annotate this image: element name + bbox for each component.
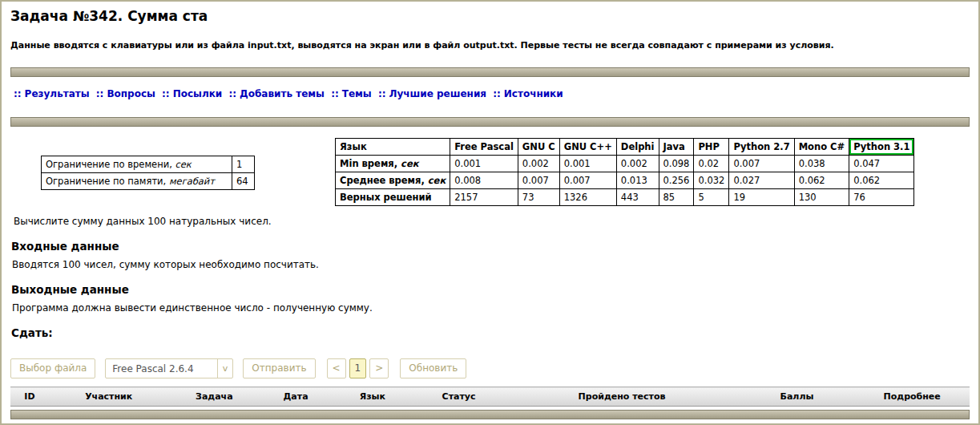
table-row: Среднее время, сек 0.008 0.007 0.007 0.0… bbox=[336, 172, 914, 189]
output-heading: Выходные данные bbox=[11, 283, 970, 296]
cell: 0.002 bbox=[616, 156, 659, 172]
nav-link-questions[interactable]: Вопросы bbox=[107, 88, 155, 99]
nav-separator: :: bbox=[14, 88, 22, 99]
nav-separator: :: bbox=[96, 88, 104, 99]
nav-separator: :: bbox=[378, 88, 386, 99]
language-select[interactable]: Free Pascal 2.6.4 v bbox=[105, 358, 233, 378]
cell: 0.098 bbox=[659, 156, 694, 172]
cell: 130 bbox=[794, 189, 849, 206]
nav-bar: ::Результаты ::Вопросы ::Посылки ::Добав… bbox=[10, 88, 970, 99]
cell: 73 bbox=[518, 189, 559, 206]
nav-separator: :: bbox=[228, 88, 236, 99]
problem-statement: Вычислите сумму данных 100 натуральных ч… bbox=[14, 216, 970, 228]
table-row: Верных решений 2157 73 1326 443 85 5 19 … bbox=[336, 189, 914, 206]
cell: 0.007 bbox=[729, 156, 794, 172]
next-page-button[interactable]: > bbox=[369, 358, 389, 378]
cell: 0.062 bbox=[794, 172, 849, 189]
limit-unit: мегабайт bbox=[169, 176, 215, 187]
cell: 0.008 bbox=[450, 172, 518, 189]
cell: 0.047 bbox=[849, 156, 914, 172]
submit-button[interactable]: Отправить bbox=[243, 358, 315, 378]
cell: 0.02 bbox=[694, 156, 729, 172]
column-header-score: Баллы bbox=[740, 387, 855, 407]
column-header-status: Статус bbox=[413, 387, 505, 407]
divider-bar-bottom bbox=[10, 410, 970, 419]
language-stats-table: Язык Free Pascal GNU C GNU C++ Delphi Ja… bbox=[335, 138, 914, 206]
tables-row: Ограничение по времени, сек 1 Ограничени… bbox=[10, 138, 970, 206]
stats-row-unit: сек bbox=[401, 158, 418, 169]
nav-separator: :: bbox=[331, 88, 339, 99]
column-header-language: Язык bbox=[332, 387, 413, 407]
problem-io-note: Данные вводятся с клавиатуры или из файл… bbox=[10, 40, 970, 51]
limit-value-cell: 1 bbox=[232, 156, 255, 173]
column-header-date: Дата bbox=[260, 387, 332, 407]
cell: 0.032 bbox=[694, 172, 729, 189]
stats-header-row: Язык Free Pascal GNU C GNU C++ Delphi Ja… bbox=[336, 139, 914, 156]
cell: 0.007 bbox=[559, 172, 616, 189]
cell: 443 bbox=[616, 189, 659, 206]
limits-table: Ограничение по времени, сек 1 Ограничени… bbox=[41, 156, 255, 190]
column-header-participant: Участник bbox=[49, 387, 169, 407]
nav-separator: :: bbox=[162, 88, 170, 99]
cell: 0.038 bbox=[794, 156, 849, 172]
prev-page-button[interactable]: < bbox=[327, 358, 346, 378]
output-description: Программа должна вывести единственное чи… bbox=[12, 302, 970, 314]
cell: 0.013 bbox=[616, 172, 659, 189]
dropdown-arrow-icon: v bbox=[217, 359, 233, 378]
cell: 0.001 bbox=[450, 156, 518, 172]
limit-label-cell: Ограничение по памяти, мегабайт bbox=[42, 173, 232, 190]
stats-col-header: Mono C# bbox=[794, 139, 849, 156]
stats-row-label: Верных решений bbox=[340, 192, 432, 203]
stats-col-header: Java bbox=[659, 139, 694, 156]
cell: 0.007 bbox=[518, 172, 559, 189]
cell: 0.002 bbox=[518, 156, 559, 172]
cell: 0.027 bbox=[729, 172, 794, 189]
stats-col-header: GNU C bbox=[518, 139, 559, 156]
column-header-details: Подробнее bbox=[854, 387, 970, 407]
submissions-header-row: ID Участник Задача Дата Язык Статус Прой… bbox=[10, 387, 970, 407]
nav-link-results[interactable]: Результаты bbox=[25, 88, 90, 99]
table-row: Ограничение по памяти, мегабайт 64 bbox=[42, 173, 255, 190]
limit-value-cell: 64 bbox=[232, 173, 255, 190]
stats-row-label-cell: Min время, сек bbox=[336, 156, 450, 172]
page-title: Задача №342. Сумма ста bbox=[10, 8, 970, 24]
stats-col-header: Python 2.7 bbox=[729, 139, 794, 156]
limit-unit: сек bbox=[175, 159, 191, 170]
language-select-value: Free Pascal 2.6.4 bbox=[112, 363, 193, 374]
limit-label: Ограничение по памяти, bbox=[46, 176, 166, 187]
nav-link-best-solutions[interactable]: Лучшие решения bbox=[389, 88, 487, 99]
limit-label: Ограничение по времени, bbox=[46, 159, 172, 170]
current-page-button[interactable]: 1 bbox=[349, 358, 367, 378]
submissions-table: ID Участник Задача Дата Язык Статус Прой… bbox=[10, 387, 970, 407]
stats-col-header: GNU C++ bbox=[559, 139, 616, 156]
stats-col-header: Язык bbox=[336, 139, 450, 156]
divider-bar-middle bbox=[10, 117, 970, 127]
cell: 5 bbox=[694, 189, 729, 206]
column-header-tests-passed: Пройдено тестов bbox=[504, 387, 739, 407]
nav-link-add-topics[interactable]: Добавить темы bbox=[240, 88, 325, 99]
limit-label-cell: Ограничение по времени, сек bbox=[42, 156, 232, 173]
column-header-id: ID bbox=[10, 387, 49, 407]
file-select-button[interactable]: Выбор файла bbox=[10, 358, 95, 378]
cell: 0.062 bbox=[849, 172, 914, 189]
submit-heading: Сдать: bbox=[11, 326, 970, 339]
cell: 0.256 bbox=[659, 172, 694, 189]
stats-col-header: PHP bbox=[694, 139, 729, 156]
stats-row-unit: сек bbox=[428, 175, 446, 186]
nav-link-submissions[interactable]: Посылки bbox=[173, 88, 223, 99]
cell: 2157 bbox=[450, 189, 518, 206]
cell: 19 bbox=[729, 189, 794, 206]
stats-row-label: Среднее время, bbox=[340, 175, 425, 186]
input-description: Вводятся 100 чисел, сумму которых необхо… bbox=[12, 259, 970, 271]
stats-row-label-cell: Среднее время, сек bbox=[336, 172, 450, 189]
nav-link-sources[interactable]: Источники bbox=[504, 88, 563, 99]
divider-bar-top bbox=[10, 67, 970, 77]
stats-col-header: Free Pascal bbox=[450, 139, 518, 156]
input-heading: Входные данные bbox=[11, 240, 970, 253]
stats-col-header: Delphi bbox=[616, 139, 659, 156]
stats-row-label: Min время, bbox=[340, 158, 397, 169]
nav-link-topics[interactable]: Темы bbox=[342, 88, 372, 99]
refresh-button[interactable]: Обновить bbox=[400, 358, 466, 378]
stats-col-header-highlighted: Python 3.1 bbox=[849, 139, 914, 156]
column-header-problem: Задача bbox=[169, 387, 260, 407]
